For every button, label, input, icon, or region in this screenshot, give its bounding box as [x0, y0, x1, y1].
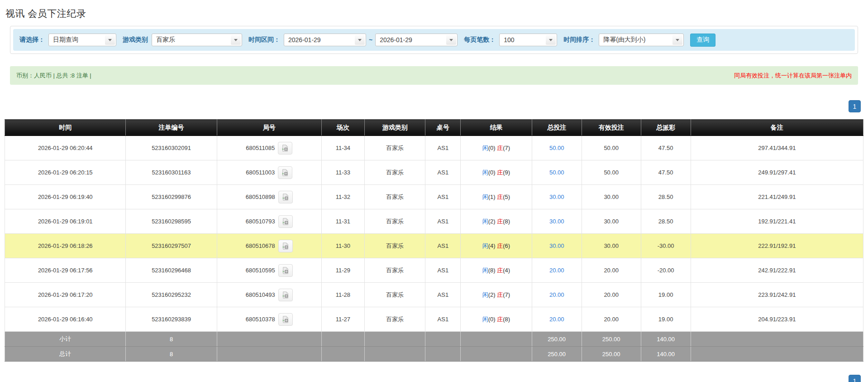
- cell-valid-bet: 20.00: [582, 258, 641, 283]
- cell-valid-bet: 50.00: [582, 136, 641, 160]
- subtotal-row-cell-8: 250.00: [582, 332, 641, 347]
- result-banker-count: (8): [503, 218, 510, 225]
- round-id-group: 680511085: [246, 142, 292, 155]
- table-row: 2026-01-29 06:20:44523160302091680511085…: [5, 136, 863, 160]
- cell-round-id: 680511003: [217, 160, 321, 185]
- date-to-select[interactable]: 2026-01-29: [375, 34, 458, 46]
- total-bet-link[interactable]: 20.00: [549, 316, 564, 323]
- cell-table-no: AS1: [425, 185, 461, 209]
- cell-result: 闲(2) 庄(7): [461, 283, 532, 307]
- column-header-6: 结果: [461, 120, 532, 136]
- total-bet-link[interactable]: 20.00: [549, 291, 564, 298]
- query-mode-select[interactable]: 日期查询: [48, 34, 116, 46]
- column-header-2: 局号: [217, 120, 321, 136]
- total-bet-link[interactable]: 50.00: [549, 145, 564, 151]
- cell-remark: 204.91/223.91: [691, 307, 863, 332]
- video-replay-icon[interactable]: [278, 240, 293, 252]
- round-id-text: 680510595: [246, 267, 275, 274]
- film-file-glyph: [281, 242, 290, 250]
- cell-payout: -20.00: [641, 258, 691, 283]
- result-banker-label: 庄: [497, 218, 503, 225]
- date-from-select[interactable]: 2026-01-29: [284, 34, 366, 46]
- total-bet-link[interactable]: 30.00: [549, 242, 564, 249]
- cell-table-no: AS1: [425, 234, 461, 258]
- column-header-0: 时间: [5, 120, 126, 136]
- column-header-9: 总派彩: [641, 120, 691, 136]
- page-1-button[interactable]: 1: [849, 100, 861, 112]
- per-page-value: 100: [500, 36, 545, 44]
- result-banker-count: (5): [503, 193, 510, 200]
- cell-payout: 47.50: [641, 160, 691, 185]
- result-player-count: (2): [488, 218, 497, 225]
- time-sort-value: 降幂(由大到小): [599, 36, 672, 44]
- cell-payout: -30.00: [641, 234, 691, 258]
- round-id-group: 680510793: [246, 215, 293, 228]
- total-bet-link[interactable]: 30.00: [549, 193, 564, 200]
- cell-round-id: 680510678: [217, 234, 321, 258]
- cell-bet-id: 523160295232: [126, 283, 217, 307]
- total-bet-link[interactable]: 50.00: [549, 169, 564, 176]
- film-file-glyph: [281, 193, 290, 201]
- cell-result: 闲(1) 庄(5): [461, 185, 532, 209]
- video-replay-icon[interactable]: [278, 313, 293, 326]
- film-file-glyph: [281, 267, 290, 274]
- search-button[interactable]: 查询: [690, 34, 715, 47]
- result-player-label: 闲: [482, 218, 488, 225]
- total-bet-link[interactable]: 30.00: [549, 218, 564, 225]
- video-replay-icon[interactable]: [278, 264, 293, 277]
- bet-records-table: 时间注单编号局号场次游戏类别桌号结果总投注有效投注总派彩备注 2026-01-2…: [5, 119, 863, 362]
- subtotal-row-cell-10: [691, 332, 863, 347]
- result-player-count: (1): [488, 193, 497, 200]
- cell-game-type: 百家乐: [364, 185, 425, 209]
- chevron-down-icon: [446, 35, 456, 45]
- filter-panel: 请选择： 日期查询 游戏类别 百家乐 时间区间： 2026-01-29 ~ 20…: [10, 26, 858, 54]
- cell-time: 2026-01-29 06:19:01: [5, 209, 126, 234]
- result-player-count: (2): [488, 291, 497, 298]
- cell-time: 2026-01-29 06:16:40: [5, 307, 126, 332]
- cell-total-bet: 20.00: [532, 283, 582, 307]
- cell-total-bet: 50.00: [532, 160, 582, 185]
- grandtotal-row-cell-4: [364, 347, 425, 362]
- cell-total-bet: 30.00: [532, 234, 582, 258]
- page-1-button[interactable]: 1: [849, 375, 861, 382]
- total-bet-link[interactable]: 20.00: [549, 267, 564, 274]
- video-replay-icon[interactable]: [278, 191, 293, 203]
- video-replay-icon[interactable]: [278, 166, 292, 179]
- result-banker-label: 庄: [497, 267, 503, 274]
- result-player-label: 闲: [482, 267, 488, 274]
- cell-bet-id: 523160298595: [126, 209, 217, 234]
- cell-game-type: 百家乐: [364, 283, 425, 307]
- cell-game-type: 百家乐: [364, 160, 425, 185]
- page-title: 视讯 会员下注纪录: [5, 7, 868, 20]
- cell-time: 2026-01-29 06:19:40: [5, 185, 126, 209]
- result-player-label: 闲: [482, 242, 488, 249]
- film-file-glyph: [281, 218, 290, 225]
- video-replay-icon[interactable]: [278, 289, 293, 301]
- result-player-label: 闲: [482, 169, 488, 176]
- result-player-label: 闲: [482, 193, 488, 200]
- result-banker-label: 庄: [497, 169, 503, 176]
- video-replay-icon[interactable]: [278, 142, 292, 155]
- video-replay-icon[interactable]: [278, 215, 293, 228]
- result-banker-label: 庄: [497, 242, 503, 249]
- cell-payout: 19.00: [641, 307, 691, 332]
- cell-result: 闲(2) 庄(8): [461, 209, 532, 234]
- column-header-1: 注单编号: [126, 120, 217, 136]
- subtotal-row-cell-6: [461, 332, 532, 347]
- cell-round-id: 680510898: [217, 185, 321, 209]
- round-id-text: 680510378: [246, 316, 275, 323]
- game-type-select[interactable]: 百家乐: [152, 34, 242, 46]
- cell-round-id: 680510793: [217, 209, 321, 234]
- column-header-10: 备注: [691, 120, 863, 136]
- subtotal-row-cell-7: 250.00: [532, 332, 582, 347]
- column-header-7: 总投注: [532, 120, 582, 136]
- date-range-separator: ~: [369, 36, 372, 44]
- subtotal-row-cell-5: [425, 332, 461, 347]
- time-sort-select[interactable]: 降幂(由大到小): [599, 34, 684, 46]
- column-header-4: 游戏类别: [364, 120, 425, 136]
- time-sort-label: 时间排序：: [563, 36, 595, 44]
- subtotal-row-cell-4: [364, 332, 425, 347]
- cell-valid-bet: 20.00: [582, 307, 641, 332]
- query-mode-value: 日期查询: [49, 36, 104, 44]
- per-page-select[interactable]: 100: [499, 34, 557, 46]
